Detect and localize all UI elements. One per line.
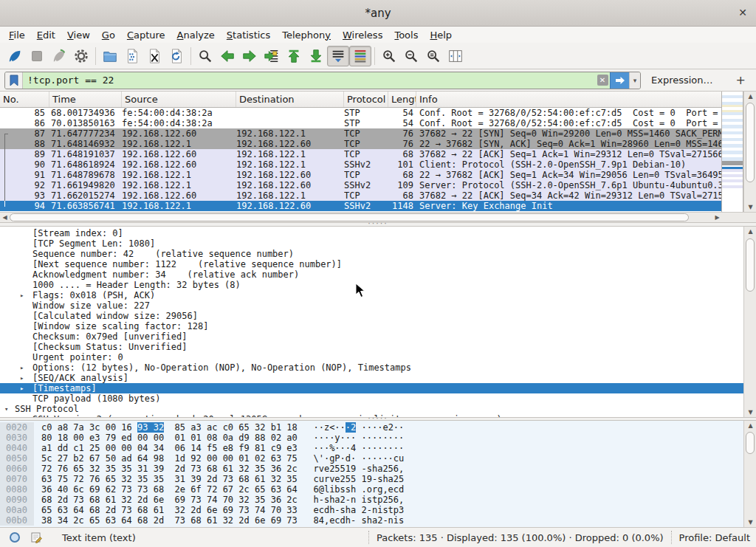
start-capture-button[interactable]	[4, 46, 26, 66]
detail-row[interactable]: ▸Options: (12 bytes), No-Operation (NOP)…	[0, 362, 743, 373]
go-last-button[interactable]	[305, 46, 327, 66]
menu-tools[interactable]: Tools	[388, 28, 424, 42]
zoom-out-button[interactable]	[400, 46, 422, 66]
detail-row[interactable]: TCP payload (1080 bytes)	[0, 393, 743, 404]
details-vscrollbar[interactable]: ▲ ▼	[743, 227, 756, 417]
menu-file[interactable]: File	[3, 28, 31, 42]
detail-row[interactable]: Checksum: 0x79ed [unverified]	[0, 331, 743, 342]
packet-row-85[interactable]: 8568.001734936fe:54:00:d4:38:2aSTP54Conf…	[0, 108, 721, 118]
detail-row[interactable]: [Window size scaling factor: 128]	[0, 321, 743, 331]
column-header-time[interactable]: Time	[49, 92, 122, 107]
detail-row[interactable]: Acknowledgment number: 34 (relative ack …	[0, 269, 743, 280]
scrollbar-thumb[interactable]	[746, 238, 755, 292]
packet-row-90[interactable]: 9071.648618924192.168.122.60192.168.122.…	[0, 159, 721, 170]
hex-row-0020[interactable]: 0020c0 a8 7a 3c 00 16 93 32 85 a3 ac c0 …	[0, 422, 743, 433]
scroll-right-icon[interactable]: ▶	[712, 213, 722, 223]
scrollbar-thumb[interactable]	[746, 103, 755, 182]
detail-row[interactable]: ▸Flags: 0x018 (PSH, ACK)	[0, 290, 743, 300]
packet-list-hscrollbar[interactable]: ◀ ▶	[0, 212, 722, 222]
packet-row-94[interactable]: 9471.663856741192.168.122.1192.168.122.6…	[0, 201, 721, 211]
resize-columns-button[interactable]	[444, 46, 467, 66]
hex-row-00a0[interactable]: 00a065 63 64 68 2d 73 68 61 32 2d 6e 69 …	[0, 505, 743, 515]
menu-view[interactable]: View	[61, 28, 96, 42]
packet-list-vscrollbar[interactable]: ▲ ▼	[743, 92, 756, 212]
intelligent-scrollbar-minimap[interactable]	[721, 92, 743, 212]
open-file-button[interactable]	[99, 46, 121, 66]
menu-help[interactable]: Help	[424, 28, 458, 42]
scrollbar-thumb[interactable]	[10, 213, 689, 221]
capture-options-button[interactable]	[70, 46, 92, 66]
column-header-source[interactable]: Source	[122, 92, 236, 107]
detail-row[interactable]: Urgent pointer: 0	[0, 352, 743, 362]
packet-row-88[interactable]: 8871.648146932192.168.122.1192.168.122.6…	[0, 139, 721, 149]
filter-clear-button[interactable]: ✕	[595, 72, 610, 89]
auto-scroll-button[interactable]	[327, 46, 349, 66]
hex-row-0060[interactable]: 006072 76 65 32 35 35 31 39 2d 73 68 61 …	[0, 464, 743, 474]
go-first-button[interactable]	[283, 46, 305, 66]
menu-statistics[interactable]: Statistics	[221, 28, 276, 42]
expand-icon[interactable]: ▸	[20, 373, 24, 383]
packet-row-89[interactable]: 8971.648191037192.168.122.60192.168.122.…	[0, 149, 721, 159]
hex-row-0080[interactable]: 008036 40 6c 69 62 73 73 68 2e 6f 72 67 …	[0, 484, 743, 495]
detail-row[interactable]: [Checksum Status: Unverified]	[0, 342, 743, 352]
scroll-left-icon[interactable]: ◀	[0, 213, 10, 223]
scroll-down-icon[interactable]: ▼	[744, 517, 756, 527]
bytes-vscrollbar[interactable]: ▲ ▼	[743, 421, 756, 527]
menu-go[interactable]: Go	[96, 28, 121, 42]
hex-row-00b0[interactable]: 00b038 34 2c 65 63 64 68 2d 73 68 61 32 …	[0, 515, 743, 526]
packet-row-92[interactable]: 9271.661949820192.168.122.1192.168.122.6…	[0, 180, 721, 190]
expand-icon[interactable]: ▸	[20, 383, 24, 393]
hex-row-0090[interactable]: 009068 2d 73 68 61 32 2d 6e 69 73 74 70 …	[0, 495, 743, 505]
detail-row[interactable]: 1000 .... = Header Length: 32 bytes (8)	[0, 280, 743, 290]
packet-row-86[interactable]: 8670.013850163fe:54:00:d4:38:2aSTP54Conf…	[0, 118, 721, 128]
colorize-button[interactable]	[349, 46, 371, 66]
menu-capture[interactable]: Capture	[121, 28, 171, 42]
restart-capture-button[interactable]	[48, 46, 70, 66]
scrollbar-thumb[interactable]	[746, 432, 755, 454]
packet-row-93[interactable]: 9371.662015274192.168.122.60192.168.122.…	[0, 190, 721, 201]
filter-bookmark-button[interactable]	[5, 72, 23, 89]
detail-row[interactable]: [Stream index: 0]	[0, 228, 743, 238]
scroll-down-icon[interactable]: ▼	[744, 407, 756, 417]
title-bar[interactable]: *any ✕	[0, 0, 756, 27]
packet-list-header[interactable]: No.TimeSourceDestinationProtocolLengthIn…	[0, 92, 721, 108]
packet-row-87[interactable]: 8771.647777234192.168.122.60192.168.122.…	[0, 128, 721, 139]
detail-row[interactable]: ▾SSH Protocol	[0, 404, 743, 414]
find-packet-button[interactable]	[194, 46, 216, 66]
go-to-packet-button[interactable]	[261, 46, 283, 66]
scroll-up-icon[interactable]: ▲	[744, 421, 756, 430]
menu-edit[interactable]: Edit	[31, 28, 61, 42]
menu-telephony[interactable]: Telephony	[276, 28, 337, 42]
scroll-up-icon[interactable]: ▲	[744, 92, 756, 101]
detail-row[interactable]: [TCP Segment Len: 1080]	[0, 238, 743, 249]
expand-icon[interactable]: ▸	[20, 362, 24, 373]
filter-history-dropdown[interactable]: ▾	[629, 72, 640, 89]
profile-button[interactable]: Profile: Default	[671, 531, 756, 544]
save-file-button[interactable]	[121, 46, 143, 66]
column-header-length[interactable]: Length	[388, 92, 416, 107]
packet-row-91[interactable]: 9171.648789678192.168.122.1192.168.122.6…	[0, 170, 721, 180]
column-header-no[interactable]: No.	[0, 92, 49, 107]
menu-wireless[interactable]: Wireless	[337, 28, 388, 42]
go-back-button[interactable]	[216, 46, 238, 66]
stop-capture-button[interactable]	[26, 46, 48, 66]
detail-row[interactable]: [Next sequence number: 1122 (relative se…	[0, 259, 743, 269]
hex-row-0050[interactable]: 00505c 27 b2 67 50 ad 64 98 1d 92 00 00 …	[0, 453, 743, 464]
close-file-button[interactable]	[143, 46, 165, 66]
zoom-in-button[interactable]	[378, 46, 400, 66]
hex-row-0030[interactable]: 003080 18 00 e3 79 ed 00 00 01 01 08 0a …	[0, 433, 743, 443]
detail-row[interactable]: Window size value: 227	[0, 300, 743, 311]
scroll-down-icon[interactable]: ▼	[744, 202, 756, 212]
detail-row[interactable]: ▸[SEQ/ACK analysis]	[0, 373, 743, 383]
expert-info-button[interactable]	[9, 531, 21, 543]
zoom-original-button[interactable]	[422, 46, 444, 66]
detail-row[interactable]: Sequence number: 42 (relative sequence n…	[0, 249, 743, 259]
hex-row-0070[interactable]: 007063 75 72 76 65 32 35 35 31 39 2d 73 …	[0, 474, 743, 484]
close-icon[interactable]: ✕	[738, 7, 747, 18]
scroll-up-icon[interactable]: ▲	[744, 227, 756, 236]
detail-row[interactable]: [Calculated window size: 29056]	[0, 311, 743, 321]
capture-comment-button[interactable]	[31, 531, 43, 543]
collapse-icon[interactable]: ▾	[4, 404, 8, 414]
add-filter-button[interactable]: +	[736, 73, 746, 87]
column-header-destination[interactable]: Destination	[236, 92, 344, 107]
